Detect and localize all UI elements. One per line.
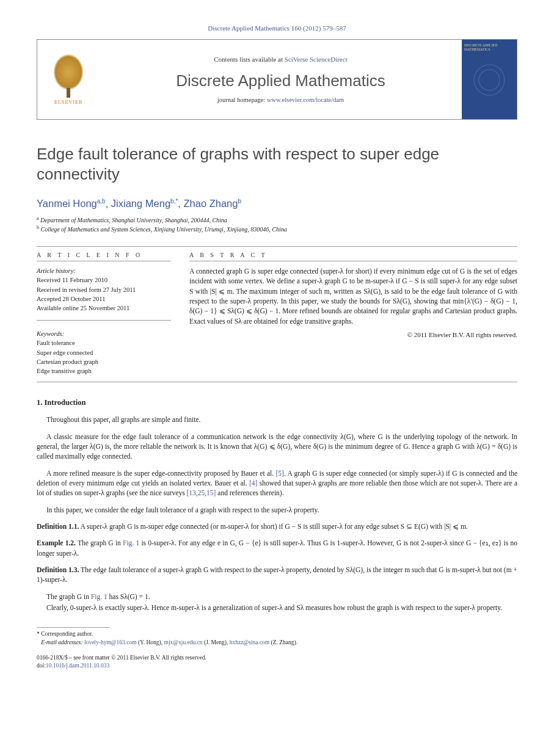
abstract-text: A connected graph G is super edge connec… [189, 266, 517, 326]
paragraph: The graph G in Fig. 1 has Sλ(G) = 1. [37, 592, 517, 602]
affiliation: a Department of Mathematics, Shanghai Un… [37, 216, 517, 224]
paragraph: A more refined measure is the super edge… [37, 468, 517, 498]
rule [189, 261, 517, 261]
corresponding-author-note: * Corresponding author. [37, 630, 517, 638]
header-center: Contents lists available at SciVerse Sci… [100, 40, 462, 119]
example-label: Example 1.2. [37, 539, 76, 547]
citation-line: Discrete Applied Mathematics 160 (2012) … [37, 24, 517, 32]
page: Discrete Applied Mathematics 160 (2012) … [0, 0, 554, 688]
history-line: Accepted 28 October 2011 [37, 296, 105, 302]
publisher-name: ELSEVIER [54, 99, 83, 105]
email-link[interactable]: hxhzz@sina.com [230, 639, 269, 645]
figure-ref[interactable]: Fig. 1 [123, 539, 139, 547]
copyright-line: © 2011 Elsevier B.V. All rights reserved… [189, 331, 517, 338]
email-label: E-mail addresses: [41, 639, 83, 645]
doi-link[interactable]: 10.1016/j.dam.2011.10.033 [46, 663, 109, 669]
affiliation: b College of Mathematics and System Scie… [37, 225, 517, 233]
homepage-link[interactable]: www.elsevier.com/locate/dam [267, 96, 344, 103]
paragraph: Throughout this paper, all graphs are si… [37, 415, 517, 424]
article-info-heading: A R T I C L E I N F O [37, 252, 171, 258]
history-line: Received in revised form 27 July 2011 [37, 286, 136, 293]
cover-title: DISCRETE APPLIED MATHEMATICS [464, 43, 514, 52]
issn-copyright-line: 0166-218X/$ – see front matter © 2011 El… [37, 654, 517, 662]
homepage-line: journal homepage: www.elsevier.com/locat… [217, 96, 344, 103]
citation-ref[interactable]: [5] [276, 470, 284, 477]
paragraph: A classic measure for the edge fault tol… [37, 432, 517, 462]
paragraph: In this paper, we consider the edge faul… [37, 505, 517, 515]
paragraph: Clearly, 0-super-λ is exactly super-λ. H… [37, 603, 517, 612]
author: Yanmei Honga,b [37, 198, 106, 209]
figure-ref[interactable]: Fig. 1 [91, 593, 108, 600]
article-info-column: A R T I C L E I N F O Article history: R… [37, 252, 171, 376]
journal-header: ELSEVIER Contents lists available at Sci… [37, 39, 517, 120]
keyword: Fault tolerance [37, 340, 75, 346]
definition-label: Definition 1.3. [37, 566, 79, 573]
author-list: Yanmei Honga,b, Jixiang Mengb,*, Zhao Zh… [37, 197, 517, 209]
keyword: Edge transitive graph [37, 368, 92, 374]
bottom-matter: 0166-218X/$ – see front matter © 2011 El… [37, 654, 517, 671]
doi-line: doi:10.1016/j.dam.2011.10.033 [37, 662, 517, 670]
contents-prefix: Contents lists available at [214, 56, 284, 63]
divider [37, 382, 517, 382]
example: Example 1.2. The graph G in Fig. 1 is 0-… [37, 538, 517, 558]
journal-name: Discrete Applied Mathematics [176, 71, 385, 90]
article-history: Article history: Received 11 February 20… [37, 266, 171, 313]
author: Jixiang Mengb,* [111, 198, 178, 209]
email-link[interactable]: mjx@xju.edu.cn [164, 639, 203, 645]
definition: Definition 1.3. The edge fault tolerance… [37, 565, 517, 585]
keyword: Cartesian product graph [37, 358, 98, 365]
sciencedirect-link[interactable]: SciVerse ScienceDirect [285, 56, 348, 63]
keyword: Super edge connected [37, 349, 93, 356]
info-abstract-row: A R T I C L E I N F O Article history: R… [37, 252, 517, 376]
history-line: Received 11 February 2010 [37, 277, 108, 283]
footnote-separator [37, 627, 110, 628]
history-line: Available online 25 November 2011 [37, 305, 129, 311]
homepage-prefix: journal homepage: [217, 96, 267, 103]
abstract-column: A B S T R A C T A connected graph G is s… [189, 252, 517, 376]
rule [37, 320, 171, 321]
journal-cover-thumb: DISCRETE APPLIED MATHEMATICS [462, 40, 517, 119]
contents-line: Contents lists available at SciVerse Sci… [214, 56, 347, 63]
article-title: Edge fault tolerance of graphs with resp… [37, 144, 517, 184]
publisher-logo: ELSEVIER [37, 40, 100, 119]
divider [37, 246, 517, 247]
keywords-block: Keywords: Fault tolerance Super edge con… [37, 329, 171, 376]
citation-ref[interactable]: [4] [249, 479, 257, 487]
section-heading-introduction: 1. Introduction [37, 398, 517, 407]
definition-label: Definition 1.1. [37, 523, 79, 530]
author: Zhao Zhangb [183, 198, 241, 209]
citation-ref[interactable]: [13,25,15] [187, 489, 216, 496]
elsevier-tree-icon [53, 54, 84, 90]
corr-mark: * [37, 631, 40, 637]
history-label: Article history: [37, 267, 76, 274]
abstract-heading: A B S T R A C T [189, 252, 517, 258]
footnotes: * Corresponding author. E-mail addresses… [37, 630, 517, 647]
email-link[interactable]: lovely-hym@163.com [84, 639, 137, 645]
rule [37, 261, 171, 261]
email-line: E-mail addresses: lovely-hym@163.com (Y.… [37, 639, 517, 647]
definition: Definition 1.1. A super-λ graph G is m-s… [37, 522, 517, 531]
keywords-label: Keywords: [37, 330, 64, 337]
cover-art-icon [471, 63, 508, 97]
